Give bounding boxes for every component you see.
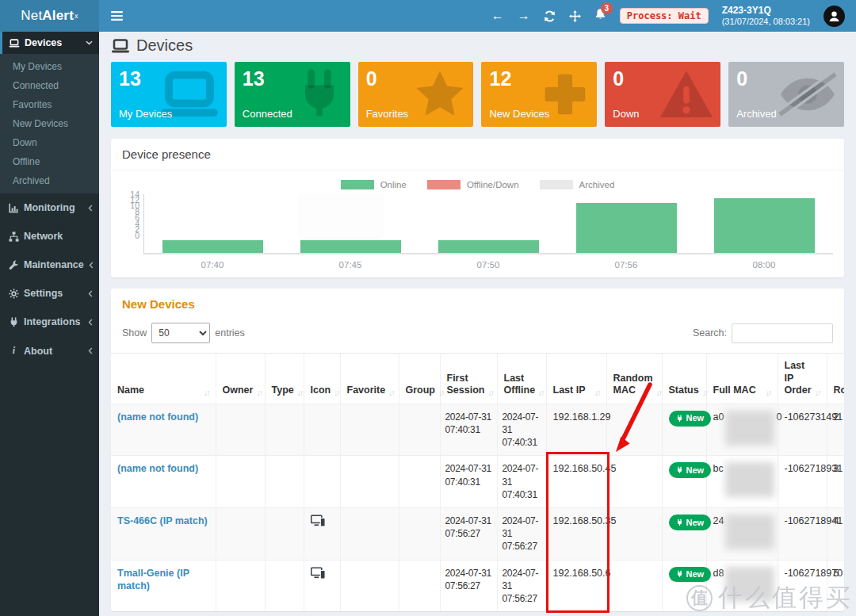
device-link[interactable]: (name not found)	[117, 411, 198, 423]
sidebar-item-down[interactable]: Down	[0, 133, 99, 152]
blurred-mac	[725, 411, 774, 446]
sidebar-item-label: Settings	[24, 288, 83, 299]
cell-last-offline: 2024-07-31 07:56:27	[497, 508, 546, 561]
sidebar-item-archived[interactable]: Archived	[0, 171, 99, 190]
column-header-status[interactable]: Status↓↑	[662, 354, 706, 404]
column-header-row-id[interactable]: Row ID	[827, 354, 844, 404]
sort-icon: ↓↑	[204, 388, 209, 397]
card-archived[interactable]: 0 Archived	[728, 62, 844, 127]
column-header-full-mac[interactable]: Full MAC↓↑	[706, 354, 778, 404]
x-tick-label: 07:50	[419, 260, 557, 270]
column-header-group[interactable]: Group↓↑	[399, 354, 440, 404]
legend-item-offline-down[interactable]: Offline/Down	[427, 180, 519, 189]
cell-group	[399, 508, 440, 561]
cell-status: New	[662, 508, 706, 561]
page-length-select[interactable]: 50	[151, 323, 210, 343]
sidebar-item-monitoring[interactable]: Monitoring	[0, 193, 99, 222]
legend-item-online[interactable]: Online	[341, 180, 407, 189]
back-arrow-icon[interactable]: ←	[491, 10, 504, 22]
card-down[interactable]: 0 Down	[605, 62, 720, 127]
cell-icon	[304, 508, 340, 561]
table-wrapper: Name↓↑ Owner↓↑ Type↓↑ Icon↓↑ Favorite↓↑ …	[111, 353, 844, 611]
bar-slot	[420, 194, 558, 253]
bar-slot	[557, 194, 695, 253]
column-header-first-session[interactable]: First Session↓↑	[440, 354, 497, 404]
sidebar-item-connected[interactable]: Connected	[0, 76, 99, 95]
cell-type	[265, 456, 304, 508]
refresh-icon[interactable]	[544, 10, 556, 22]
column-header-last-offline[interactable]: Last Offline↓↑	[497, 354, 546, 404]
sidebar-item-maintenance[interactable]: Maintenance	[0, 251, 99, 279]
card-my-devices[interactable]: 13 My Devices	[111, 62, 227, 127]
gear-icon	[9, 289, 19, 299]
table-row: (name not found) 2024-07-31 07:40:31 202…	[111, 456, 844, 508]
sort-icon: ↓↑	[334, 388, 339, 397]
column-header-last-ip[interactable]: Last IP↓↑	[546, 354, 606, 404]
devices-submenu: My Devices Connected Favorites New Devic…	[0, 54, 99, 193]
presence-bar	[300, 240, 401, 253]
card-label: Favorites	[366, 108, 408, 120]
legend-swatch	[540, 180, 573, 189]
cell-group	[399, 456, 440, 508]
sidebar-item-label: Network	[24, 231, 93, 242]
stat-cards: 13 My Devices 13 Connected 0 Favorites 1…	[111, 62, 844, 127]
device-presence-panel: Device presence Online Offline/Down Arch…	[111, 139, 844, 277]
app-logo[interactable]: NetAlertx	[0, 0, 99, 32]
legend-item-archived[interactable]: Archived	[540, 180, 615, 189]
sort-icon: ↓↑	[594, 388, 600, 397]
column-header-favorite[interactable]: Favorite↓↑	[340, 354, 399, 404]
device-link[interactable]: (name not found)	[117, 463, 198, 474]
card-label: Archived	[736, 108, 777, 120]
device-link[interactable]: Tmall-Genie (IP match)	[117, 568, 189, 592]
column-header-last-ip-order[interactable]: Last IP Order↓↑	[778, 354, 827, 404]
y-tick-label: 14	[130, 190, 139, 199]
navbar-right: ← → 3 Process: Wait Z423-3Y1Q (31/07/202…	[491, 5, 856, 28]
sidebar-item-devices[interactable]: Devices	[0, 32, 99, 54]
column-header-random-mac[interactable]: Random MAC↓↑	[606, 354, 662, 404]
process-status-badge[interactable]: Process: Wait	[620, 8, 709, 24]
column-header-owner[interactable]: Owner↓↑	[216, 354, 265, 404]
chevron-left-icon	[89, 262, 94, 269]
cell-favorite	[340, 508, 399, 561]
notifications-bell[interactable]: 3	[594, 8, 606, 24]
sidebar-item-favorites[interactable]: Favorites	[0, 95, 99, 114]
x-tick-label: 07:40	[143, 260, 281, 270]
presence-bar	[438, 240, 539, 253]
legend-swatch	[427, 180, 460, 189]
sidebar-item-offline[interactable]: Offline	[0, 152, 99, 171]
presence-panel-title: Device presence	[111, 139, 844, 170]
sidebar-item-my-devices[interactable]: My Devices	[0, 57, 99, 76]
search-input[interactable]	[732, 323, 833, 343]
cell-name: (name not found)	[111, 404, 216, 456]
column-header-icon[interactable]: Icon↓↑	[304, 354, 340, 404]
legend-label: Offline/Down	[467, 180, 519, 189]
forward-arrow-icon[interactable]: →	[518, 10, 530, 22]
column-header-type[interactable]: Type↓↑	[265, 354, 304, 404]
laptop-icon	[9, 39, 20, 48]
user-avatar[interactable]	[824, 6, 845, 27]
top-header: NetAlertx ← → 3 Process: Wait	[0, 0, 856, 32]
sidebar-item-label: About	[24, 346, 83, 357]
legend-swatch	[341, 180, 374, 189]
card-connected[interactable]: 13 Connected	[235, 62, 350, 127]
card-new-devices[interactable]: 12 New Devices	[481, 62, 597, 127]
sidebar-item-network[interactable]: Network	[0, 222, 99, 251]
hamburger-icon	[111, 11, 123, 21]
bar-slot	[695, 194, 833, 253]
search-label: Search:	[693, 327, 727, 339]
cell-type	[265, 560, 304, 611]
sidebar-item-about[interactable]: i About	[0, 336, 99, 365]
cell-owner	[216, 404, 265, 456]
cell-owner	[216, 456, 265, 508]
new-devices-panel: New Devices Show 50 entries Search:	[111, 289, 844, 611]
move-icon[interactable]	[569, 10, 581, 22]
card-favorites[interactable]: 0 Favorites	[358, 62, 474, 127]
cell-group	[399, 560, 440, 611]
device-link[interactable]: TS-466C (IP match)	[117, 515, 208, 526]
sidebar-item-new-devices[interactable]: New Devices	[0, 114, 99, 133]
sidebar-item-settings[interactable]: Settings	[0, 279, 99, 308]
column-header-name[interactable]: Name↓↑	[111, 354, 216, 404]
sidebar-item-integrations[interactable]: Integrations	[0, 308, 99, 336]
new-devices-title: New Devices	[111, 289, 844, 319]
sidebar-toggle-button[interactable]	[99, 0, 135, 32]
